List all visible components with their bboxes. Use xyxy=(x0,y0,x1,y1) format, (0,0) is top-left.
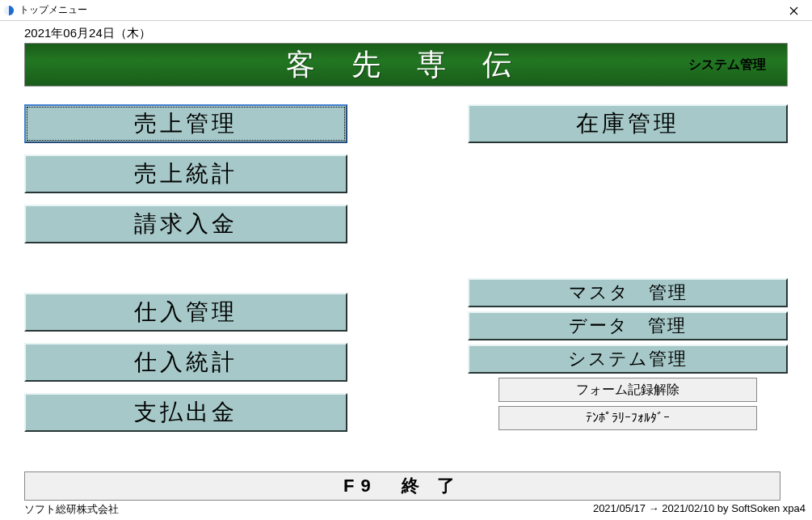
banner-role-label: システム管理 xyxy=(688,57,766,74)
close-icon xyxy=(789,6,798,15)
banner-title: 客 先 専 伝 xyxy=(286,45,526,85)
left-column: 売上管理 売上統計 請求入金 仕入管理 仕入統計 支払出金 xyxy=(24,104,347,443)
purchase-management-button[interactable]: 仕入管理 xyxy=(24,293,347,332)
footer: ソフト総研株式会社 2021/05/17 → 2021/02/10 by Sof… xyxy=(24,502,806,517)
button-area: 売上管理 売上統計 請求入金 仕入管理 仕入統計 支払出金 在庫管理 マスタ 管… xyxy=(24,104,788,443)
app-banner: 客 先 専 伝 システム管理 xyxy=(24,43,788,87)
window-title: トップメニュー xyxy=(19,3,87,17)
date-label: 2021年06月24日（木） xyxy=(24,26,788,41)
payment-withdrawal-button[interactable]: 支払出金 xyxy=(24,393,347,432)
inventory-management-button[interactable]: 在庫管理 xyxy=(468,104,788,143)
close-button[interactable] xyxy=(776,0,812,21)
temporary-folder-button[interactable]: ﾃﾝﾎﾟﾗﾘｰﾌｫﾙﾀﾞｰ xyxy=(499,406,757,430)
sales-statistics-button[interactable]: 売上統計 xyxy=(24,154,347,193)
purchase-statistics-button[interactable]: 仕入統計 xyxy=(24,343,347,382)
data-management-button[interactable]: データ 管理 xyxy=(468,311,788,340)
exit-button[interactable]: F9 終 了 xyxy=(24,471,780,501)
main-content: 2021年06月24日（木） 客 先 専 伝 システム管理 売上管理 売上統計 … xyxy=(0,21,812,501)
company-label: ソフト総研株式会社 xyxy=(24,502,119,517)
window-titlebar: トップメニュー xyxy=(0,0,812,21)
right-column: 在庫管理 マスタ 管理 データ 管理 システム管理 フォーム記録解除 ﾃﾝﾎﾟﾗ… xyxy=(468,104,788,443)
form-record-release-button[interactable]: フォーム記録解除 xyxy=(499,378,757,402)
billing-receipt-button[interactable]: 請求入金 xyxy=(24,205,347,243)
system-management-button[interactable]: システム管理 xyxy=(468,345,788,374)
sales-management-button[interactable]: 売上管理 xyxy=(24,104,347,143)
master-management-button[interactable]: マスタ 管理 xyxy=(468,278,788,307)
version-label: 2021/05/17 → 2021/02/10 by SoftSoken xpa… xyxy=(593,502,806,517)
app-icon xyxy=(3,5,15,16)
